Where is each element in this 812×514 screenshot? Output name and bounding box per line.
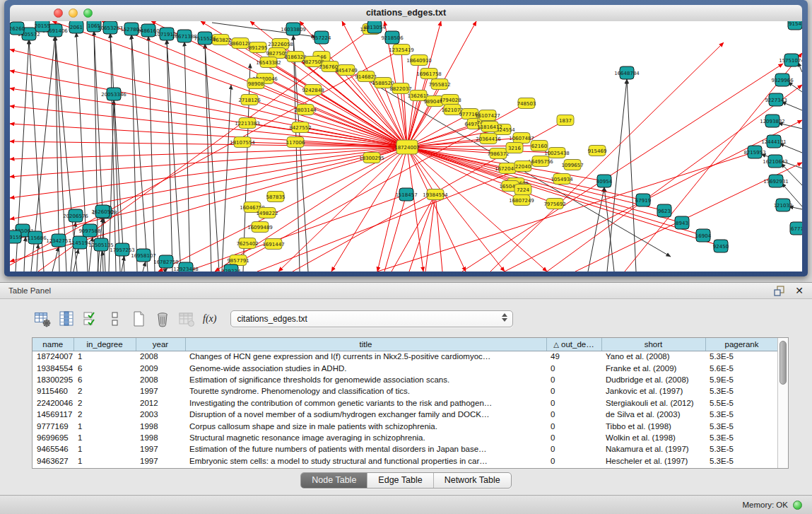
table-row[interactable]: 946554611997Estimation of the future num…: [33, 443, 778, 455]
table-cell[interactable]: Yano et al. (2008): [601, 351, 705, 362]
table-cell[interactable]: 22420046: [33, 397, 73, 409]
table-cell[interactable]: 5.5E-5: [705, 397, 778, 409]
table-cell[interactable]: 2: [73, 397, 136, 409]
table-cell[interactable]: 2012: [136, 397, 185, 409]
table-cell[interactable]: Franke et al. (2009): [601, 362, 705, 373]
network-canvas[interactable]: 7463822886012889129523226058982750581863…: [10, 21, 802, 271]
table-settings-icon[interactable]: [32, 309, 53, 329]
table-cell[interactable]: 9699695: [33, 432, 73, 443]
table-cell[interactable]: 18724007: [33, 351, 73, 362]
table-cell[interactable]: 1: [73, 443, 136, 455]
table-cell[interactable]: 0: [546, 362, 601, 373]
column-header-name[interactable]: name: [33, 338, 73, 351]
table-row[interactable]: 1456911722003Disruption of a novel membe…: [33, 409, 778, 420]
table-cell[interactable]: de Silva et al. (2003): [601, 409, 705, 420]
column-header-in_degree[interactable]: in_degree: [73, 338, 136, 351]
table-row[interactable]: 1938455462009Genome-wide association stu…: [33, 362, 778, 373]
column-header-short[interactable]: short: [601, 338, 705, 351]
table-cell[interactable]: 2: [73, 385, 136, 397]
table-cell[interactable]: Estimation of significance thresholds fo…: [185, 374, 546, 385]
table-row[interactable]: 977716911998Corpus callosum shape and si…: [33, 420, 778, 431]
table-cell[interactable]: 9465546: [33, 443, 73, 455]
scrollbar-thumb[interactable]: [779, 341, 787, 385]
window-titlebar[interactable]: citations_edges.txt: [10, 5, 802, 22]
table-cell[interactable]: 2008: [136, 351, 185, 362]
table-cell[interactable]: 2009: [136, 362, 185, 373]
table-row[interactable]: 911546021997Tourette syndrome. Phenomeno…: [33, 385, 778, 397]
table-cell[interactable]: 0: [546, 385, 601, 397]
table-cell[interactable]: 6: [73, 374, 136, 385]
table-cell[interactable]: Dudbridge et al. (2008): [601, 374, 705, 385]
table-cell[interactable]: Disruption of a novel member of a sodium…: [185, 409, 546, 420]
table-cell[interactable]: Stergiakouli et al. (2012): [601, 397, 705, 409]
table-cell[interactable]: 2008: [136, 374, 185, 385]
table-row[interactable]: 1872400712008Changes of HCN gene express…: [33, 351, 778, 362]
column-header-title[interactable]: title: [185, 338, 546, 351]
table-cell[interactable]: Investigating the contribution of common…: [185, 397, 546, 409]
table-cell[interactable]: 1997: [136, 455, 185, 467]
table-cell[interactable]: 0: [546, 420, 601, 431]
merge-rows-icon[interactable]: [104, 309, 125, 329]
tab-node-table[interactable]: Node Table: [301, 473, 367, 488]
table-cell[interactable]: Genome-wide association studies in ADHD.: [185, 362, 546, 373]
table-cell[interactable]: 5.3E-5: [705, 409, 778, 420]
column-select-icon[interactable]: [56, 309, 77, 329]
select-rows-icon[interactable]: [80, 309, 101, 329]
table-scrollbar[interactable]: [777, 338, 788, 468]
table-cell[interactable]: Nakamura et al. (1997): [601, 443, 705, 455]
delete-table-icon[interactable]: [152, 309, 173, 329]
column-header-pagerank[interactable]: pagerank: [705, 338, 778, 351]
table-cell[interactable]: 14569117: [33, 409, 73, 420]
table-row[interactable]: 2242004622012Investigating the contribut…: [33, 397, 778, 409]
table-cell[interactable]: 0: [546, 374, 601, 385]
table-cell[interactable]: 1: [73, 420, 136, 431]
table-cell[interactable]: 0: [546, 432, 601, 443]
table-cell[interactable]: 5.3E-5: [705, 443, 778, 455]
column-header-year[interactable]: year: [136, 338, 185, 351]
tab-network-table[interactable]: Network Table: [433, 473, 511, 488]
table-cell[interactable]: 2: [73, 409, 136, 420]
memory-indicator-icon[interactable]: [793, 501, 802, 510]
table-cell[interactable]: 5.3E-5: [705, 351, 778, 362]
table-cell[interactable]: 1997: [136, 385, 185, 397]
table-cell[interactable]: 1: [73, 455, 136, 467]
table-cell[interactable]: 5.3E-5: [705, 385, 778, 397]
tab-edge-table[interactable]: Edge Table: [367, 473, 433, 488]
table-cell[interactable]: 18300295: [33, 374, 73, 385]
new-table-icon[interactable]: [128, 309, 149, 329]
table-cell[interactable]: 1: [73, 351, 136, 362]
table-cell[interactable]: Hescheler et al. (1997): [601, 455, 705, 467]
table-cell[interactable]: Embryonic stem cells: a model to study s…: [185, 455, 546, 467]
column-header-out_de[interactable]: △out_de…: [546, 338, 601, 351]
table-cell[interactable]: Estimation of the future numbers of pati…: [185, 443, 546, 455]
table-cell[interactable]: 6: [73, 362, 136, 373]
function-builder-icon[interactable]: f(x): [203, 313, 216, 325]
table-cell[interactable]: 0: [546, 397, 601, 409]
table-cell[interactable]: Tibbo et al. (1998): [601, 420, 705, 431]
table-cell[interactable]: 49: [546, 351, 601, 362]
table-row[interactable]: 969969511998Structural magnetic resonanc…: [33, 432, 778, 443]
table-cell[interactable]: 19384554: [33, 362, 73, 373]
table-cell[interactable]: 5.3E-5: [705, 455, 778, 467]
table-cell[interactable]: Changes of HCN gene expression and I(f) …: [185, 351, 546, 362]
table-cell[interactable]: Tourette syndrome. Phenomenology and cla…: [185, 385, 546, 397]
table-cell[interactable]: 5.3E-5: [705, 420, 778, 431]
table-cell[interactable]: 5.6E-5: [705, 362, 778, 373]
table-selector[interactable]: citations_edges.txt: [230, 310, 513, 327]
table-cell[interactable]: 9463627: [33, 455, 73, 467]
table-cell[interactable]: 1998: [136, 420, 185, 431]
attribute-table[interactable]: namein_degreeyeartitle△out_de…shortpager…: [33, 338, 779, 467]
float-panel-icon[interactable]: [773, 285, 785, 296]
table-cell[interactable]: 1997: [136, 443, 185, 455]
table-cell[interactable]: Wolkin et al. (1998): [601, 432, 705, 443]
table-row[interactable]: 946362711997Embryonic stem cells: a mode…: [33, 455, 778, 467]
table-cell[interactable]: 0: [546, 409, 601, 420]
table-cell[interactable]: 9777169: [33, 420, 73, 431]
table-cell[interactable]: 9115460: [33, 385, 73, 397]
table-cell[interactable]: 0: [546, 455, 601, 467]
table-cell[interactable]: 5.9E-5: [705, 374, 778, 385]
table-row[interactable]: 1830029562008Estimation of significance …: [33, 374, 778, 385]
table-cell[interactable]: Structural magnetic resonance image aver…: [185, 432, 546, 443]
table-cell[interactable]: 1998: [136, 432, 185, 443]
table-cell[interactable]: 0: [546, 443, 601, 455]
